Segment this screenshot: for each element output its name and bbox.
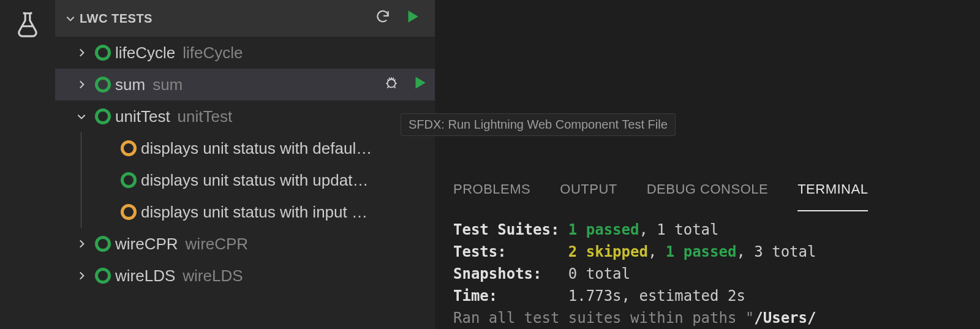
play-icon[interactable] <box>404 9 420 28</box>
tab-problems[interactable]: PROBLEMS <box>453 168 530 211</box>
activity-bar <box>0 0 55 329</box>
status-pass-icon <box>95 108 111 124</box>
tree-item-wireCPR[interactable]: wireCPR wireCPR <box>55 228 435 260</box>
status-pass-icon <box>95 77 111 93</box>
tree-item-lifeCycle[interactable]: lifeCycle lifeCycle <box>55 37 435 69</box>
status-skip-icon <box>121 204 137 220</box>
test-tree: lifeCycle lifeCycle sum sum <box>55 37 435 329</box>
tree-sublabel: wireLDS <box>183 267 243 286</box>
chevron-right-icon[interactable] <box>72 270 91 281</box>
tree-item-wireLDS[interactable]: wireLDS wireLDS <box>55 260 435 292</box>
tree-label: unitTest <box>115 107 170 126</box>
tab-terminal[interactable]: TERMINAL <box>797 168 868 211</box>
tree-item-test[interactable]: displays unit status with updat… <box>55 164 435 196</box>
tooltip: SFDX: Run Lightning Web Component Test F… <box>401 113 676 136</box>
tree-sublabel: lifeCycle <box>183 43 243 62</box>
chevron-right-icon[interactable] <box>72 238 91 249</box>
chevron-right-icon[interactable] <box>72 79 91 90</box>
play-icon[interactable] <box>412 75 428 94</box>
status-skip-icon <box>121 140 137 156</box>
tree-item-unitTest[interactable]: unitTest unitTest <box>55 100 435 132</box>
tree-label: wireCPR <box>115 235 178 254</box>
status-pass-icon <box>95 236 111 252</box>
tree-label: wireLDS <box>115 267 175 286</box>
panel-header[interactable]: LWC TESTS <box>55 0 435 37</box>
svg-marker-0 <box>409 10 418 23</box>
svg-marker-2 <box>416 77 426 89</box>
terminal-output[interactable]: Test Suites: 1 passed, 1 total Tests: 2 … <box>453 211 962 329</box>
tree-item-test[interactable]: displays unit status with input … <box>55 196 435 228</box>
tree-sublabel: sum <box>153 75 183 94</box>
chevron-down-icon[interactable] <box>72 111 91 122</box>
tree-item-test[interactable]: displays unit status with defaul… <box>55 132 435 164</box>
panel-title: LWC TESTS <box>80 12 375 26</box>
tree-sublabel: wireCPR <box>186 235 249 254</box>
bottom-panel: PROBLEMS OUTPUT DEBUG CONSOLE TERMINAL T… <box>435 168 980 329</box>
chevron-right-icon[interactable] <box>72 47 91 58</box>
status-pass-icon <box>95 268 111 284</box>
bug-icon[interactable] <box>383 75 399 94</box>
tab-output[interactable]: OUTPUT <box>560 168 617 211</box>
tree-label: lifeCycle <box>115 43 175 62</box>
editor-area: SFDX: Run Lightning Web Component Test F… <box>435 0 980 329</box>
tree-label: displays unit status with input … <box>141 203 368 222</box>
tab-debug-console[interactable]: DEBUG CONSOLE <box>647 168 768 211</box>
beaker-icon[interactable] <box>13 10 42 42</box>
tree-sublabel: unitTest <box>178 107 233 126</box>
tree-label: displays unit status with defaul… <box>141 139 372 158</box>
tree-item-sum[interactable]: sum sum <box>55 69 435 100</box>
tree-label: sum <box>115 75 145 94</box>
status-pass-icon <box>121 172 137 188</box>
refresh-icon[interactable] <box>375 9 391 28</box>
test-explorer: LWC TESTS lifeCycle lifeCycle <box>55 0 435 329</box>
status-pass-icon <box>95 45 111 61</box>
chevron-down-icon[interactable] <box>61 13 80 24</box>
tree-label: displays unit status with updat… <box>141 171 368 190</box>
